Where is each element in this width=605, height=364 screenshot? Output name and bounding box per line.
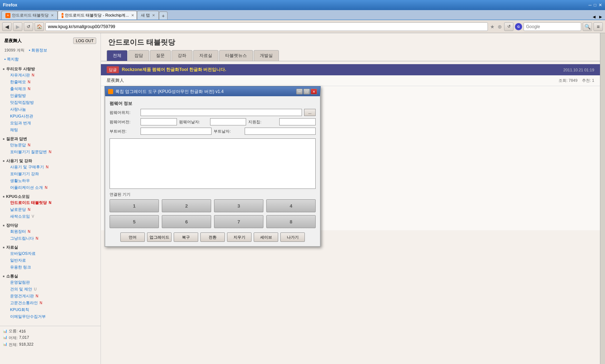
action-btn-세이브[interactable]: 세이브 bbox=[254, 232, 278, 242]
sidebar-item-채팅[interactable]: 채팅 bbox=[3, 126, 98, 133]
boot-version-input[interactable] bbox=[141, 128, 212, 135]
sidebar-item-출석체크[interactable]: 출석체크 N bbox=[3, 85, 98, 92]
device-btn-7[interactable]: 7 bbox=[214, 215, 263, 228]
scroll-tabs-left[interactable]: ◀ bbox=[591, 15, 597, 19]
back-button[interactable]: ◀ bbox=[2, 22, 12, 31]
sidebar-item-이메일무단수집거부[interactable]: 이메일무단수집거부 bbox=[3, 313, 98, 320]
sidebar-item-새싹소모임[interactable]: 새싹소모임 V bbox=[3, 213, 98, 220]
sidebar-item-만능문답[interactable]: 만능문답 N bbox=[3, 142, 98, 148]
close-icon[interactable]: ✕ bbox=[599, 3, 602, 8]
sidebar-item-그냥드립니다[interactable]: 그냥드립니다 N bbox=[3, 235, 98, 242]
device-btn-3[interactable]: 3 bbox=[214, 199, 263, 212]
reload-button[interactable]: ↺ bbox=[24, 22, 33, 31]
firmware-location-input[interactable] bbox=[141, 109, 302, 116]
device-btn-1[interactable]: 1 bbox=[110, 199, 159, 212]
connected-devices-label: 연결된 기기 bbox=[110, 192, 316, 197]
sidebar-item-KPUG회칙[interactable]: KPUG회칙 bbox=[3, 306, 98, 313]
sidebar-item-안드로이드태블릿당[interactable]: 안드로이드 태블릿당 N bbox=[3, 199, 98, 206]
home-button[interactable]: 🏠 bbox=[35, 22, 44, 31]
tab-1-close[interactable]: ✕ bbox=[51, 13, 54, 17]
tab-강좌[interactable]: 강좌 bbox=[172, 50, 192, 61]
sidebar-item-인귤탐방[interactable]: 인귤탐방 bbox=[3, 92, 98, 99]
sidebar-item-일반자료[interactable]: 일반자료 bbox=[3, 257, 98, 264]
boot-date-input[interactable] bbox=[245, 128, 316, 135]
reload-stop-button[interactable]: ↺ bbox=[504, 22, 513, 31]
tab-3-close[interactable]: ✕ bbox=[152, 13, 155, 17]
boot-date-label: 부트날자: bbox=[214, 129, 243, 134]
tab-잡담[interactable]: 잡담 bbox=[128, 50, 149, 61]
sidebar-item-사용기구매후기[interactable]: 사용기 및 구매후기 N bbox=[3, 164, 98, 170]
tab-자료실[interactable]: 자료실 bbox=[193, 50, 218, 61]
tab-개발실[interactable]: 개발실 bbox=[254, 50, 279, 61]
star-button[interactable]: ★ bbox=[490, 24, 495, 30]
device-btn-6[interactable]: 6 bbox=[162, 215, 211, 228]
tab-2[interactable]: A 안드로이드 태블릿당 - Rockchip계... ✕ bbox=[58, 11, 137, 19]
tab-2-close[interactable]: ✕ bbox=[131, 13, 134, 17]
member-info-link[interactable]: • 회원정보 bbox=[29, 48, 47, 52]
firmware-version-input[interactable] bbox=[141, 118, 177, 125]
tab-타블렛뉴스[interactable]: 타블렛뉴스 bbox=[219, 50, 253, 61]
action-btn-업그레이드[interactable]: 업그레이드 bbox=[147, 232, 172, 242]
sidebar-item-건의및제안[interactable]: 건의 및 제안 U bbox=[3, 286, 98, 293]
new-tab-button[interactable]: + bbox=[159, 12, 168, 19]
scroll-tabs-right[interactable]: ▶ bbox=[598, 15, 604, 19]
tab-질문[interactable]: 질문 bbox=[150, 50, 171, 61]
logout-button[interactable]: LOG OUT bbox=[73, 37, 96, 44]
maximize-icon[interactable]: □ bbox=[594, 3, 596, 8]
firmware-date-input[interactable] bbox=[210, 118, 246, 125]
post-title[interactable]: Rockzone제품 펌웨어 한글화Tool 한글화 버전입니다. bbox=[122, 67, 226, 73]
action-btn-복구[interactable]: 복구 bbox=[174, 232, 198, 242]
sidebar-item-포터블기기강좌[interactable]: 포터블기기 강좌 bbox=[3, 170, 98, 177]
sidebar-section-1-title: 우리모두 사랑방 bbox=[3, 66, 98, 72]
sidebar-section-4-title: KPUG소모임 bbox=[3, 194, 98, 199]
sidebar-item-유용한링크[interactable]: 유용한 링크 bbox=[3, 264, 98, 271]
sidebar-item-한줄메모[interactable]: 한줄메모 N bbox=[3, 79, 98, 85]
minimize-icon[interactable]: ─ bbox=[588, 3, 592, 8]
sidebar-item-사랑나눔[interactable]: 사랑나눔 bbox=[3, 106, 98, 113]
info-text-area[interactable] bbox=[110, 138, 316, 189]
dialog-minimize-button[interactable]: ─ bbox=[296, 89, 303, 94]
toolbar-menu-button[interactable]: ≡ bbox=[593, 22, 603, 31]
sidebar-item-맛집먹집탐방[interactable]: 맛집먹집탐방 bbox=[3, 99, 98, 106]
dialog-maximize-button[interactable]: □ bbox=[303, 89, 310, 94]
action-btn-나가기[interactable]: 나가기 bbox=[280, 232, 305, 242]
post-date: 2011.10.21 01:19 bbox=[563, 68, 594, 72]
forward-button[interactable]: ▶ bbox=[13, 22, 22, 31]
sidebar-section-7: 소통실 운영알림판 건의 및 제안 U 운영건게시판 N 고문건소통라인 N K… bbox=[0, 272, 101, 321]
sidebar-status-online-label: 오름: bbox=[9, 328, 18, 334]
sidebar-item-회원장터[interactable]: 회원장터 N bbox=[3, 228, 98, 235]
sidebar-item-KPUG사전관[interactable]: KPUG사전관 bbox=[3, 113, 98, 120]
sidebar-item-어플리케이션소개[interactable]: 어플리케이션 소개 N bbox=[3, 184, 98, 191]
device-btn-5[interactable]: 5 bbox=[110, 215, 159, 228]
sidebar-item-자유게시판[interactable]: 자유게시판 N bbox=[3, 72, 98, 79]
sidebar-item-고문건소통라인[interactable]: 고문건소통라인 N bbox=[3, 299, 98, 306]
support-input[interactable] bbox=[279, 118, 316, 125]
tab-3[interactable]: 새 탭 ✕ bbox=[137, 11, 159, 19]
sidebar-item-날로문당[interactable]: 날로문당 N bbox=[3, 206, 98, 213]
device-btn-2[interactable]: 2 bbox=[162, 199, 211, 212]
right-scrollbar[interactable] bbox=[600, 33, 605, 364]
sidebar-item-생활노하우[interactable]: 생활노하우 bbox=[3, 177, 98, 184]
device-btn-8[interactable]: 8 bbox=[266, 215, 316, 228]
sidebar-item-운영건게시판[interactable]: 운영건게시판 N bbox=[3, 293, 98, 299]
sidebar-item-운영알림판[interactable]: 운영알림판 bbox=[3, 279, 98, 286]
action-btn-전환[interactable]: 전환 bbox=[200, 232, 225, 242]
sidebar-section-3-title: 사용기 및 강좌 bbox=[3, 158, 98, 164]
address-bar[interactable] bbox=[45, 22, 488, 31]
search-button[interactable]: 🔍 bbox=[583, 22, 592, 31]
dialog-titlebar[interactable]: 록칩 업그레이드 도구 (KPUG성아무인 한글화 버전) v1.4 ─ □ ✕ bbox=[105, 87, 320, 96]
post-replies: 추천: 1 bbox=[582, 78, 594, 83]
search-input[interactable] bbox=[524, 22, 581, 31]
my-board-link[interactable]: • 쪽지함 bbox=[4, 57, 19, 61]
sidebar-item-포터블기기질문답변[interactable]: 포터블기기 질문답변 N bbox=[3, 148, 98, 155]
tab-전체[interactable]: 전체 bbox=[107, 50, 128, 61]
tab-1[interactable]: A 안드로이드 태블릿당 ✕ bbox=[1, 11, 58, 19]
action-btn-언어[interactable]: 언어 bbox=[120, 232, 145, 242]
action-btn-지우기[interactable]: 지우기 bbox=[227, 232, 252, 242]
sidebar-item-모바일OS자료[interactable]: 모바일OS자료 bbox=[3, 250, 98, 257]
dialog-close-button[interactable]: ✕ bbox=[311, 89, 317, 94]
rss-button[interactable]: ⊕ bbox=[498, 24, 502, 30]
device-btn-4[interactable]: 4 bbox=[266, 199, 316, 212]
sidebar-item-모임과번개[interactable]: 모임과 번개 bbox=[3, 120, 98, 126]
browse-button[interactable]: ... bbox=[304, 109, 316, 116]
